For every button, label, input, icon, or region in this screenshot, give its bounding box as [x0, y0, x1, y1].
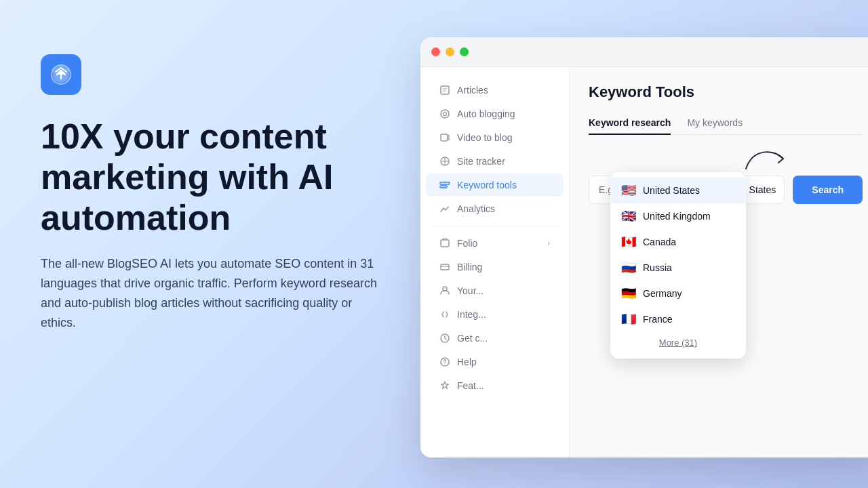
- billing-label: Billing: [457, 262, 482, 272]
- main-content: Keyword Tools Keyword research My keywor…: [570, 67, 868, 458]
- sidebar-item-folio[interactable]: Folio ›: [426, 232, 564, 255]
- sidebar-divider: [431, 226, 558, 226]
- analytics-icon: [439, 203, 450, 214]
- page-title: Keyword Tools: [589, 83, 863, 101]
- svg-point-2: [441, 110, 449, 118]
- keyword-tools-label: Keyword tools: [457, 180, 517, 190]
- help-label: Help: [457, 357, 477, 367]
- flag-ru: 🇷🇺: [621, 262, 636, 274]
- flag-us: 🇺🇸: [621, 184, 636, 197]
- country-gb-label: United Kingdom: [643, 211, 711, 222]
- close-button[interactable]: [431, 47, 440, 56]
- site-tracker-label: Site tracker: [457, 156, 505, 167]
- sidebar-item-video-to-blog[interactable]: Video to blog: [426, 126, 564, 149]
- dropdown-item-ca[interactable]: 🇨🇦 Canada: [610, 229, 746, 255]
- articles-label: Articles: [457, 85, 488, 96]
- sidebar-item-get[interactable]: Get c...: [426, 327, 564, 350]
- logo-icon: [49, 62, 73, 87]
- svg-rect-8: [441, 240, 449, 247]
- sidebar-item-articles[interactable]: Articles: [426, 79, 564, 102]
- features-icon: [439, 380, 450, 391]
- get-label: Get c...: [457, 333, 488, 344]
- svg-point-13: [445, 364, 446, 365]
- browser-titlebar: [420, 37, 868, 67]
- logo-container: [41, 54, 387, 95]
- country-us-label: United States: [643, 185, 700, 196]
- svg-point-10: [443, 287, 447, 291]
- minimize-button[interactable]: [446, 47, 454, 56]
- tabs-container: Keyword research My keywords: [589, 112, 863, 135]
- site-tracker-icon: [439, 156, 450, 167]
- flag-ca: 🇨🇦: [621, 236, 636, 248]
- sidebar-item-auto-blogging[interactable]: Auto blogging: [426, 102, 564, 125]
- country-ca-label: Canada: [643, 237, 676, 247]
- folio-icon: [439, 238, 450, 249]
- sidebar-item-integrations[interactable]: Integ...: [426, 303, 564, 326]
- browser-window: Articles Auto blogging Video to blog Sit…: [420, 37, 868, 458]
- video-icon: [439, 132, 450, 143]
- dropdown-more[interactable]: More (31): [610, 332, 746, 353]
- arrow-svg: [739, 145, 793, 179]
- auto-blogging-icon: [439, 108, 450, 119]
- integrations-label: Integ...: [457, 309, 486, 320]
- dropdown-item-de[interactable]: 🇩🇪 Germany: [610, 281, 746, 306]
- country-dropdown: 🇺🇸 United States 🇬🇧 United Kingdom 🇨🇦 Ca…: [610, 172, 746, 359]
- flag-de: 🇩🇪: [621, 287, 636, 300]
- svg-rect-6: [440, 182, 450, 184]
- flag-gb: 🇬🇧: [621, 210, 636, 222]
- left-panel: 10X your content marketing with AI autom…: [0, 0, 427, 488]
- svg-rect-1: [441, 86, 449, 94]
- dropdown-item-gb[interactable]: 🇬🇧 United Kingdom: [610, 203, 746, 229]
- articles-icon: [439, 85, 450, 96]
- hero-headline: 10X your content marketing with AI autom…: [41, 117, 387, 238]
- sidebar-item-analytics[interactable]: Analytics: [426, 197, 564, 220]
- sidebar-item-help[interactable]: Help: [426, 350, 564, 373]
- dropdown-item-ru[interactable]: 🇷🇺 Russia: [610, 255, 746, 281]
- hero-subtext: The all-new BlogSEO AI lets you automate…: [41, 254, 380, 332]
- country-de-label: Germany: [643, 288, 682, 299]
- billing-icon: [439, 262, 450, 272]
- keyword-tools-icon: [439, 180, 450, 190]
- auto-blogging-label: Auto blogging: [457, 108, 515, 119]
- tab-keyword-research[interactable]: Keyword research: [589, 112, 671, 135]
- country-ru-label: Russia: [643, 262, 672, 273]
- flag-fr: 🇫🇷: [621, 313, 636, 325]
- sidebar-item-your[interactable]: Your...: [426, 279, 564, 302]
- your-label: Your...: [457, 285, 484, 296]
- maximize-button[interactable]: [460, 47, 469, 56]
- chevron-right-icon: ›: [547, 239, 550, 248]
- country-fr-label: France: [643, 314, 673, 325]
- dropdown-item-us[interactable]: 🇺🇸 United States: [610, 178, 746, 203]
- sidebar-item-keyword-tools[interactable]: Keyword tools: [426, 174, 564, 197]
- folio-label: Folio: [457, 238, 477, 249]
- integrations-icon: [439, 309, 450, 320]
- features-label: Feat...: [457, 380, 484, 391]
- get-icon: [439, 333, 450, 344]
- tab-my-keywords[interactable]: My keywords: [687, 112, 743, 135]
- logo-box: [41, 54, 81, 95]
- sidebar-item-site-tracker[interactable]: Site tracker: [426, 150, 564, 173]
- video-to-blog-label: Video to blog: [457, 132, 512, 143]
- sidebar-item-features[interactable]: Feat...: [426, 374, 564, 397]
- svg-rect-9: [441, 264, 449, 270]
- help-icon: [439, 357, 450, 367]
- your-icon: [439, 285, 450, 296]
- analytics-label: Analytics: [457, 203, 495, 214]
- svg-rect-7: [440, 186, 447, 188]
- browser-content: Articles Auto blogging Video to blog Sit…: [420, 67, 868, 458]
- sidebar-item-billing[interactable]: Billing: [426, 256, 564, 279]
- dropdown-item-fr[interactable]: 🇫🇷 France: [610, 306, 746, 332]
- search-button[interactable]: Search: [793, 176, 863, 204]
- svg-rect-4: [441, 134, 448, 141]
- arrow-annotation: [739, 145, 793, 182]
- sidebar: Articles Auto blogging Video to blog Sit…: [420, 67, 570, 458]
- svg-point-3: [443, 113, 447, 116]
